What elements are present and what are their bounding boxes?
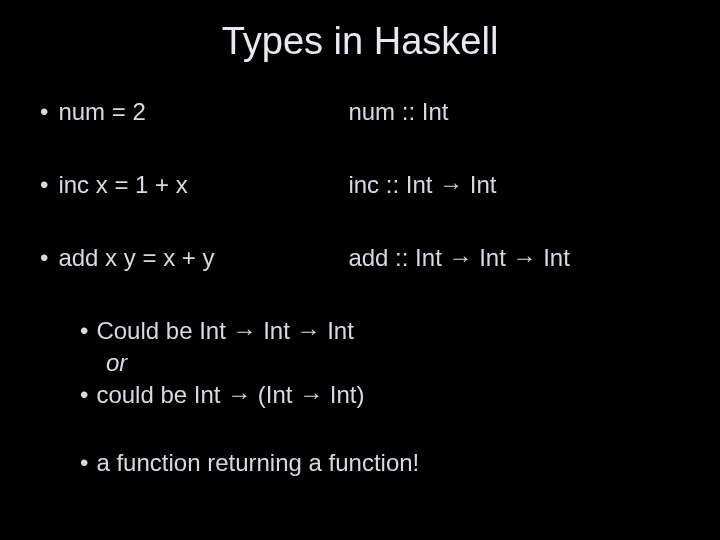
sub-text: Could be Int → Int → Int — [96, 317, 353, 345]
sub-bullet-1: • Could be Int → Int → Int — [80, 317, 690, 345]
sub-text: could be Int → (Int → Int) — [96, 381, 364, 409]
bullet-icon: • — [80, 449, 88, 477]
type-text: inc :: Int → Int — [348, 171, 690, 199]
sub-text: a function returning a function! — [96, 449, 419, 477]
bullet-icon: • — [40, 244, 48, 272]
sub-bullets: • Could be Int → Int → Int or • could be… — [30, 317, 690, 477]
bullet-icon: • — [80, 381, 88, 409]
bullet-icon: • — [40, 98, 48, 126]
sub-bullet-2: • could be Int → (Int → Int) — [80, 381, 690, 409]
definition-text: inc x = 1 + x — [58, 171, 348, 199]
or-line: or — [80, 349, 690, 377]
sub-bullet-3: • a function returning a function! — [80, 449, 690, 477]
bullet-row-1: • num = 2 num :: Int — [40, 98, 690, 126]
type-text: add :: Int → Int → Int — [348, 244, 690, 272]
definition-text: add x y = x + y — [58, 244, 348, 272]
type-text: num :: Int — [348, 98, 690, 126]
bullet-icon: • — [40, 171, 48, 199]
bullet-row-3: • add x y = x + y add :: Int → Int → Int — [40, 244, 690, 272]
bullet-icon: • — [80, 317, 88, 345]
bullet-row-2: • inc x = 1 + x inc :: Int → Int — [40, 171, 690, 199]
definition-text: num = 2 — [58, 98, 348, 126]
slide-title: Types in Haskell — [30, 20, 690, 63]
main-bullets: • num = 2 num :: Int • inc x = 1 + x inc… — [30, 98, 690, 272]
